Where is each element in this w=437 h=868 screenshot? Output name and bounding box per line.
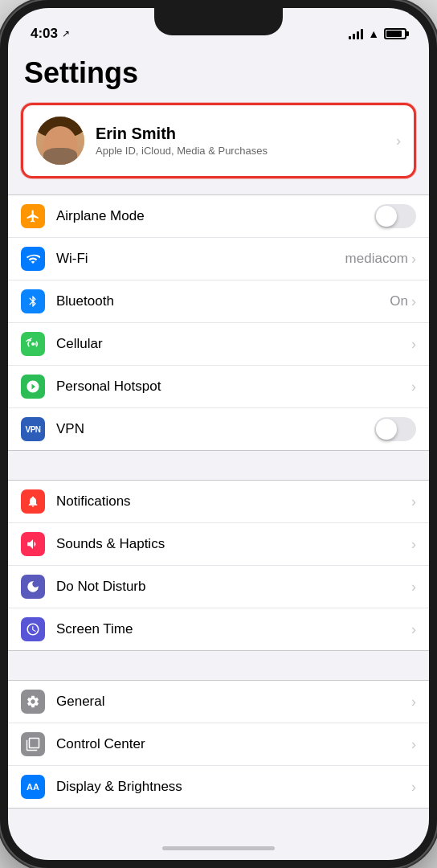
bluetooth-icon (21, 289, 45, 313)
svg-point-0 (31, 342, 35, 346)
bluetooth-label: Bluetooth (56, 293, 390, 309)
vpn-row[interactable]: VPN VPN (8, 408, 429, 450)
notch (154, 8, 283, 35)
wifi-label: Wi-Fi (56, 251, 345, 267)
do-not-disturb-row[interactable]: Do Not Disturb › (8, 566, 429, 608)
screen-time-row[interactable]: Screen Time › (8, 608, 429, 650)
notifications-row[interactable]: Notifications › (8, 481, 429, 523)
personal-hotspot-label: Personal Hotspot (56, 379, 411, 395)
wifi-chevron-icon: › (411, 251, 416, 268)
display-brightness-chevron-icon: › (411, 779, 416, 796)
profile-name: Erin Smith (96, 125, 396, 143)
screen: 4:03 ↗ ▲ Settings (8, 8, 429, 860)
wifi-icon (21, 247, 45, 271)
cellular-label: Cellular (56, 336, 411, 352)
bluetooth-value: On (390, 293, 408, 309)
general-label: General (56, 694, 411, 710)
sounds-haptics-icon (21, 532, 45, 556)
avatar (36, 117, 84, 165)
vpn-label: VPN (56, 421, 374, 437)
airplane-mode-icon (21, 204, 45, 228)
airplane-mode-label: Airplane Mode (56, 208, 374, 224)
do-not-disturb-label: Do Not Disturb (56, 579, 411, 595)
cellular-chevron-icon: › (411, 336, 416, 353)
settings-content: Settings Erin Smith Apple ID, iCloud, Me… (8, 48, 429, 860)
personal-hotspot-row[interactable]: Personal Hotspot › (8, 366, 429, 408)
personal-hotspot-icon (21, 375, 45, 399)
sounds-haptics-label: Sounds & Haptics (56, 536, 411, 552)
notifications-icon (21, 489, 45, 514)
control-center-chevron-icon: › (411, 736, 416, 753)
phone-frame: 4:03 ↗ ▲ Settings (0, 0, 437, 868)
general-row[interactable]: General › (8, 681, 429, 723)
airplane-mode-row[interactable]: Airplane Mode (8, 195, 429, 238)
home-indicator (162, 846, 275, 850)
wifi-value: mediacom (345, 251, 408, 267)
profile-card[interactable]: Erin Smith Apple ID, iCloud, Media & Pur… (21, 103, 416, 178)
screen-time-icon (21, 617, 45, 641)
profile-subtitle: Apple ID, iCloud, Media & Purchases (96, 145, 396, 157)
page-title: Settings (8, 48, 429, 103)
system-group: General › Control Center › AA Display & … (8, 680, 429, 809)
status-time: 4:03 (31, 26, 58, 42)
do-not-disturb-chevron-icon: › (411, 579, 416, 596)
general-icon (21, 690, 45, 714)
sounds-haptics-chevron-icon: › (411, 536, 416, 553)
cellular-icon (21, 332, 45, 356)
bluetooth-row[interactable]: Bluetooth On › (8, 280, 429, 323)
connectivity-group: Airplane Mode Wi-Fi mediacom › (8, 194, 429, 451)
display-brightness-icon: AA (21, 775, 45, 799)
notifications-label: Notifications (56, 493, 411, 510)
screen-time-label: Screen Time (56, 621, 411, 637)
vpn-icon: VPN (21, 417, 45, 441)
vpn-toggle[interactable] (374, 417, 416, 441)
status-icons: ▲ (349, 27, 406, 40)
display-brightness-row[interactable]: AA Display & Brightness › (8, 766, 429, 808)
bluetooth-chevron-icon: › (411, 293, 416, 310)
sounds-haptics-row[interactable]: Sounds & Haptics › (8, 523, 429, 566)
control-center-label: Control Center (56, 736, 411, 752)
airplane-mode-toggle[interactable] (374, 204, 416, 228)
notifications-chevron-icon: › (411, 493, 416, 510)
control-center-icon (21, 732, 45, 756)
notifications-group: Notifications › Sounds & Haptics › (8, 480, 429, 651)
battery-icon (384, 28, 406, 39)
profile-chevron-icon: › (396, 133, 401, 149)
wifi-status-icon: ▲ (368, 27, 379, 40)
signal-bars-icon (349, 28, 363, 39)
screen-time-chevron-icon: › (411, 621, 416, 638)
do-not-disturb-icon (21, 575, 45, 599)
control-center-row[interactable]: Control Center › (8, 723, 429, 766)
general-chevron-icon: › (411, 694, 416, 710)
display-brightness-label: Display & Brightness (56, 779, 411, 795)
location-arrow-icon: ↗ (62, 28, 70, 39)
personal-hotspot-chevron-icon: › (411, 379, 416, 395)
cellular-row[interactable]: Cellular › (8, 323, 429, 366)
wifi-row[interactable]: Wi-Fi mediacom › (8, 238, 429, 280)
profile-info: Erin Smith Apple ID, iCloud, Media & Pur… (96, 125, 396, 157)
